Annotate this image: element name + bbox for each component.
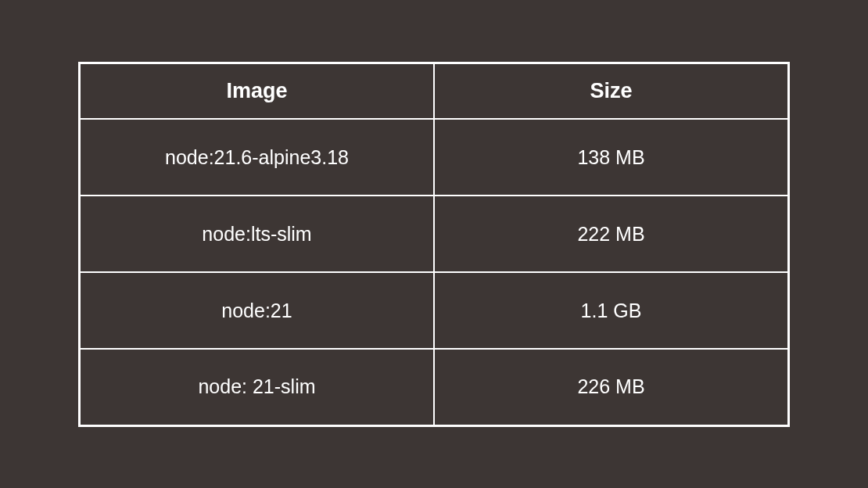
cell-image: node: 21-slim [80,349,435,425]
cell-image: node:lts-slim [80,196,435,272]
table-row: node:21.6-alpine3.18 138 MB [80,119,789,196]
cell-size: 222 MB [434,196,789,272]
cell-size: 1.1 GB [434,272,789,349]
cell-image: node:21.6-alpine3.18 [80,119,435,196]
column-header-size: Size [434,63,789,119]
table-row: node: 21-slim 226 MB [80,349,789,425]
cell-image: node:21 [80,272,435,349]
image-size-table: Image Size node:21.6-alpine3.18 138 MB n… [78,62,790,427]
table: Image Size node:21.6-alpine3.18 138 MB n… [78,62,790,427]
column-header-image: Image [80,63,435,119]
cell-size: 138 MB [434,119,789,196]
table-row: node:lts-slim 222 MB [80,196,789,272]
table-header-row: Image Size [80,63,789,119]
cell-size: 226 MB [434,349,789,425]
table-row: node:21 1.1 GB [80,272,789,349]
